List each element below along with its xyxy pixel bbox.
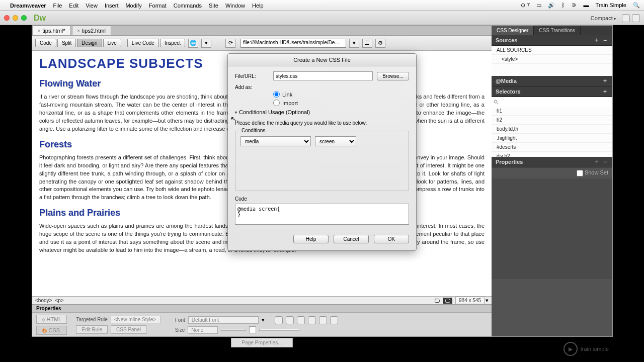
tool-icon[interactable]: ⚙ — [375, 39, 385, 48]
globe-icon[interactable]: 🌐 — [188, 39, 198, 48]
menu-help[interactable]: Help — [252, 3, 264, 9]
tag-selector[interactable]: <body> — [35, 298, 52, 303]
watermark: ▶ train simple — [564, 342, 609, 356]
sources-header[interactable]: Sources+ − — [492, 35, 612, 46]
browse-button[interactable]: Browse... — [377, 72, 409, 80]
edit-rule-button[interactable]: Edit Rule — [76, 325, 108, 334]
selector-item[interactable]: #deserts — [492, 143, 612, 152]
color-input[interactable] — [259, 329, 299, 331]
selector-item[interactable]: h1 — [492, 107, 612, 116]
menu-edit[interactable]: Edit — [69, 3, 78, 9]
selector-search-input[interactable] — [493, 98, 611, 106]
app-name[interactable]: Dreamweaver — [10, 3, 46, 9]
align-justify-icon[interactable] — [330, 316, 338, 324]
properties-header[interactable]: Properties+ − — [492, 157, 612, 167]
selector-item[interactable]: h2 — [492, 116, 612, 125]
design-view-button[interactable]: Design — [77, 39, 102, 47]
list-icon[interactable]: ☰ — [362, 39, 372, 48]
document-toolbar: Code Split Design Live Live Code Inspect… — [32, 36, 492, 51]
bold-icon[interactable] — [275, 316, 283, 324]
status-bar: <body> <p> 🖵 🖵 984 x 545 ▾ — [32, 296, 492, 304]
font-select[interactable]: Default Font — [188, 316, 259, 324]
media-header[interactable]: @Media+ — [492, 76, 612, 86]
align-right-icon[interactable] — [319, 316, 327, 324]
window-controls — [4, 15, 27, 21]
volume-icon[interactable]: 🔊 — [548, 2, 555, 8]
css-mode-button[interactable]: 🎨 CSS — [36, 326, 67, 335]
italic-icon[interactable] — [286, 316, 294, 324]
sync-icon[interactable] — [622, 14, 630, 22]
selector-item[interactable]: body,td,th — [492, 125, 612, 134]
help-icon[interactable] — [632, 14, 640, 22]
close-icon[interactable]: × — [38, 28, 40, 33]
add-icon[interactable]: + — [603, 88, 608, 95]
close-icon[interactable]: × — [77, 28, 80, 33]
link-radio[interactable] — [273, 91, 280, 98]
battery-icon[interactable]: ▬ — [584, 2, 589, 8]
spotlight-icon[interactable]: 🔍 — [633, 2, 640, 8]
source-item[interactable]: ALL SOURCES — [492, 46, 612, 55]
media-query-instruction: Please define the media query you would … — [235, 120, 409, 126]
properties-header[interactable]: Properties — [32, 305, 492, 313]
html-mode-button[interactable]: ◇ HTML — [36, 315, 67, 324]
menu-insert[interactable]: Insert — [105, 3, 119, 9]
add-icon[interactable]: + — [603, 77, 608, 84]
tab-label: tips.html* — [42, 28, 65, 34]
live-code-button[interactable]: Live Code — [127, 39, 159, 47]
selector-item[interactable]: .highlight — [492, 134, 612, 143]
tab-css-designer[interactable]: CSS Designer — [492, 26, 534, 35]
unit-select[interactable] — [221, 329, 246, 331]
zoom-button[interactable] — [21, 15, 27, 21]
refresh-icon[interactable]: ⟳ — [225, 39, 235, 48]
workspace-switcher[interactable]: Compact — [591, 15, 616, 21]
ok-button[interactable]: OK — [374, 235, 409, 243]
source-item[interactable]: <style> — [492, 55, 612, 64]
address-bar[interactable]: file:///Macintosh HD/Users/trainsimple/D… — [240, 39, 346, 48]
close-button[interactable] — [4, 15, 10, 21]
targeted-rule-select[interactable]: <New Inline Style> — [111, 316, 161, 323]
nav-icon[interactable]: ▾ — [201, 39, 211, 48]
tab-tips-html[interactable]: ×tips.html* — [32, 26, 71, 35]
conditional-usage-toggle[interactable]: Conditional Usage (Optional) — [235, 109, 409, 115]
code-view-button[interactable]: Code — [35, 39, 56, 47]
split-view-button[interactable]: Split — [57, 39, 76, 47]
menu-site[interactable]: Site — [209, 3, 218, 9]
dropdown-icon[interactable]: ▾ — [349, 39, 359, 48]
tag-selector[interactable]: <p> — [55, 298, 63, 303]
cancel-button[interactable]: Cancel — [334, 235, 369, 243]
bluetooth-icon[interactable]: ᛒ — [561, 2, 565, 8]
display-icon[interactable]: ▭ — [536, 2, 541, 8]
add-remove-icons[interactable]: + − — [595, 37, 608, 44]
css-panel-button[interactable]: CSS Panel — [111, 325, 146, 334]
live-view-button[interactable]: Live — [103, 39, 121, 47]
cloud-status[interactable]: ⊙ 7 — [521, 2, 530, 8]
tab-css-transitions[interactable]: CSS Transitions — [534, 26, 581, 35]
condition-value-select[interactable]: screen — [315, 136, 356, 146]
help-button[interactable]: Help — [293, 235, 329, 243]
condition-type-select[interactable]: media — [240, 136, 311, 146]
menu-modify[interactable]: Modify — [125, 3, 141, 9]
menu-commands[interactable]: Commands — [174, 3, 202, 9]
minimize-button[interactable] — [13, 15, 18, 21]
file-url-input[interactable] — [273, 71, 373, 80]
menu-file[interactable]: File — [53, 3, 62, 9]
show-set-checkbox[interactable] — [577, 170, 583, 176]
selectors-header[interactable]: Selectors+ — [492, 86, 612, 97]
user-name[interactable]: Train Simple — [596, 2, 626, 8]
document-tabs: ×tips.html* ×tips2.html — [32, 26, 492, 36]
color-swatch[interactable] — [249, 326, 256, 333]
selector-item[interactable]: div h2 — [492, 152, 612, 157]
menu-window[interactable]: Window — [225, 3, 245, 9]
menu-view[interactable]: View — [86, 3, 98, 9]
code-preview[interactable]: @media screen{ } — [235, 204, 409, 225]
import-radio[interactable] — [273, 100, 280, 106]
menu-format[interactable]: Format — [149, 3, 167, 9]
align-center-icon[interactable] — [308, 316, 316, 324]
page-properties-button[interactable]: Page Properties... — [231, 338, 292, 347]
wifi-icon[interactable]: ⚞ — [572, 2, 577, 8]
align-left-icon[interactable] — [297, 316, 305, 324]
dimensions-display[interactable]: 984 x 545 — [455, 297, 485, 304]
size-select[interactable]: None — [188, 326, 218, 334]
inspect-button[interactable]: Inspect — [160, 39, 185, 47]
tab-tips2-html[interactable]: ×tips2.html — [72, 26, 111, 35]
